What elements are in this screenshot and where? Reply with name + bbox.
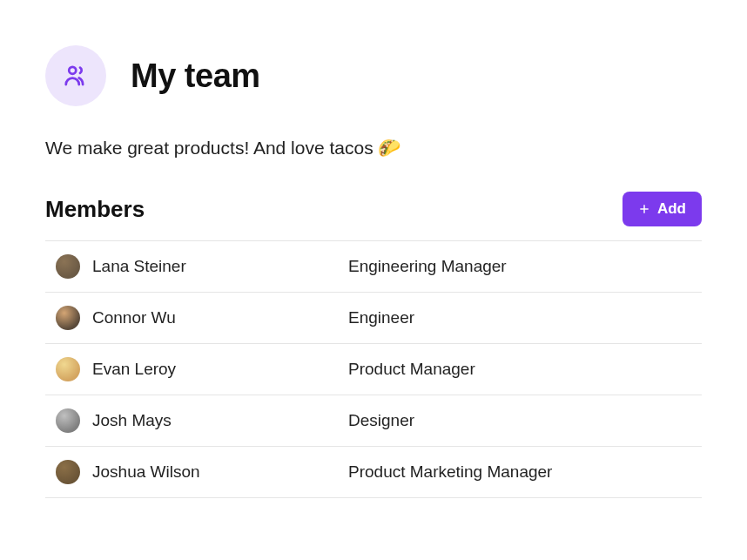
members-header: Members Add [45, 192, 702, 226]
member-name: Joshua Wilson [92, 462, 336, 482]
avatar [56, 460, 80, 484]
member-name: Connor Wu [92, 308, 336, 327]
member-row[interactable]: Evan LeroyProduct Manager [45, 344, 702, 395]
member-role: Engineer [348, 308, 414, 327]
member-row[interactable]: Joshua WilsonProduct Marketing Manager [45, 447, 702, 498]
members-title: Members [45, 196, 145, 223]
add-button-label: Add [657, 200, 686, 218]
page-title: My team [131, 57, 260, 95]
svg-point-0 [69, 67, 76, 74]
add-member-button[interactable]: Add [622, 192, 702, 226]
team-description: We make great products! And love tacos 🌮 [45, 138, 702, 159]
member-role: Designer [348, 411, 414, 430]
plus-icon [638, 203, 650, 215]
member-role: Product Manager [348, 360, 475, 379]
member-name: Lana Steiner [92, 257, 336, 276]
avatar [56, 357, 80, 381]
member-role: Product Marketing Manager [348, 462, 552, 482]
member-name: Josh Mays [92, 411, 336, 430]
members-list: Lana SteinerEngineering ManagerConnor Wu… [45, 240, 702, 498]
people-icon [45, 45, 106, 106]
member-row[interactable]: Lana SteinerEngineering Manager [45, 241, 702, 293]
avatar [56, 306, 80, 330]
page-header: My team [45, 45, 702, 106]
member-row[interactable]: Josh MaysDesigner [45, 395, 702, 447]
member-name: Evan Leroy [92, 360, 336, 379]
member-role: Engineering Manager [348, 257, 507, 276]
avatar [56, 254, 80, 279]
member-row[interactable]: Connor WuEngineer [45, 293, 702, 344]
avatar [56, 408, 80, 433]
